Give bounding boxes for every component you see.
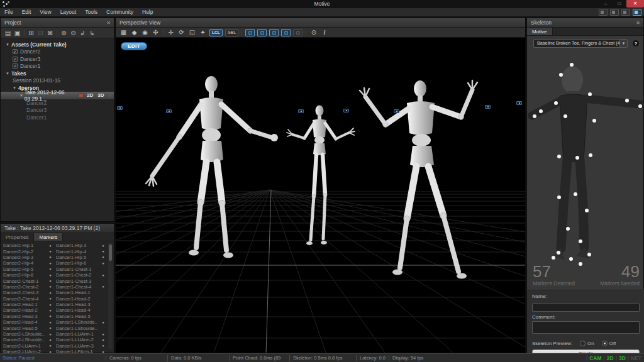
marker-row[interactable]: Dancer2-Chest-1●Dancer1-Chest-3	[3, 278, 114, 283]
tree-expand-icon[interactable]: ▼	[6, 43, 11, 47]
skeleton-close-icon[interactable]: ✕	[636, 18, 640, 28]
remove-asset-icon[interactable]: ⊖	[69, 30, 78, 36]
skeleton-tool-icon[interactable]: ✦	[197, 29, 208, 36]
camera-marker-icon[interactable]	[394, 109, 399, 113]
name-field[interactable]	[532, 304, 640, 312]
camera-marker-icon[interactable]	[117, 106, 123, 110]
delete-take-icon[interactable]: ⊟	[36, 30, 45, 36]
tree-item-session-2013-01-15[interactable]: Session 2013-01-15	[1, 77, 114, 85]
tree-item-dancer3[interactable]: ✓Dancer3	[1, 55, 114, 63]
marker-row[interactable]: Dancer2-Head-3●Dancer1-Head-5	[3, 314, 114, 319]
save-icon[interactable]: ▣	[13, 30, 22, 36]
marker-row[interactable]: Dancer2-Chest-4●Dancer1-Head-2	[3, 296, 114, 302]
layout-toggle-icon[interactable]	[621, 9, 630, 16]
add-asset-icon[interactable]: ⊕	[59, 30, 69, 36]
project-close-icon[interactable]: ✕	[106, 18, 111, 28]
add-take-icon[interactable]: ⊞	[26, 30, 36, 36]
marker-row[interactable]: Dancer2-Head-4●Dancer1-LShoulde...●	[3, 319, 114, 325]
selection-toggle-icon[interactable]: ⊡	[281, 29, 291, 36]
comment-field[interactable]	[532, 321, 640, 334]
selection-toggle-icon[interactable]: ⊡	[293, 29, 303, 36]
camera-marker-icon[interactable]	[343, 109, 349, 112]
mode-3d[interactable]: 3D	[619, 355, 626, 361]
menu-tools[interactable]: Tools	[80, 8, 102, 16]
layout-toggle-icon[interactable]	[633, 9, 641, 16]
marker-row[interactable]: Dancer2-LShoulde...●Dancer1-LUArm-2●	[3, 337, 114, 343]
skeleton-template-dropdown[interactable]: Baseline Broken Toe, Fingers & Chest (49…	[533, 39, 628, 48]
camera-marker-icon[interactable]	[516, 101, 522, 105]
import-asset-icon[interactable]: ↲	[78, 30, 87, 36]
tree-item-take-2012-12-06-03-29-1-[interactable]: ▼Take 2012-12-06 03.29.1...2D3D▮	[1, 92, 114, 100]
mode-2d[interactable]: 2D	[607, 355, 614, 361]
translate-icon[interactable]: ✛	[165, 29, 176, 36]
eye-icon[interactable]: ⊙	[308, 29, 319, 36]
marker-row[interactable]: Dancer2-Hip-3●Dancer1-Hip-5●	[3, 255, 114, 260]
menu-view[interactable]: View	[35, 8, 55, 16]
tree-expand-icon[interactable]: ▼	[13, 86, 18, 90]
marker-row[interactable]: Dancer2-LUArm-2●Dancer1-LFArm-1●	[3, 349, 114, 353]
marker-list-scrollbar[interactable]	[108, 243, 113, 349]
coord-toggle-gbl[interactable]: GBL	[225, 29, 239, 36]
tree-item-dancer2[interactable]: ✓Dancer2	[1, 48, 114, 56]
scale-icon[interactable]: ◱	[187, 29, 197, 36]
camera-marker-icon[interactable]	[298, 109, 304, 113]
checkbox-icon[interactable]: ✓	[13, 49, 18, 54]
checkbox-icon[interactable]: ✓	[13, 63, 18, 69]
checkbox-icon[interactable]: ✓	[13, 57, 18, 62]
maximize-button[interactable]: □	[613, 0, 626, 8]
camera-marker-icon[interactable]	[166, 109, 172, 113]
tree-item-dancer1[interactable]: Dancer1	[1, 114, 114, 121]
selection-toggle-icon[interactable]: ⊡	[245, 29, 255, 36]
menu-community[interactable]: Community	[102, 8, 138, 16]
marker-row[interactable]: Dancer2-LShoulde...●Dancer1-LUArm-1●	[3, 331, 114, 337]
selection-toggle-icon[interactable]: ⊡	[257, 29, 267, 36]
layout-toggle-icon[interactable]	[610, 9, 619, 16]
menu-layout[interactable]: Layout	[56, 8, 81, 16]
tree-item-dancer3[interactable]: Dancer3	[1, 107, 114, 114]
camera-icon[interactable]: ◉	[140, 29, 150, 36]
marker-row[interactable]: Dancer2-Hip-5●Dancer1-Chest-1	[3, 266, 114, 272]
marker-row[interactable]: Dancer2-Hip-1●Dancer1-Hip-3●	[3, 243, 114, 248]
export-take-icon[interactable]: ⊠	[45, 30, 55, 36]
menu-help[interactable]: Help	[138, 8, 157, 16]
rotate-icon[interactable]: ⟳	[176, 29, 187, 36]
info-icon[interactable]: i	[319, 29, 330, 36]
orientation-cube-icon[interactable]: ◆	[129, 29, 140, 36]
take-badge-3d[interactable]: 3D	[97, 92, 104, 98]
mannequin-right[interactable]	[360, 80, 477, 279]
tab-markers[interactable]: Markers	[34, 233, 63, 241]
viewport-layout-icon[interactable]: ▦	[118, 29, 129, 36]
mannequin-middle[interactable]	[287, 106, 355, 246]
tree-item-dancer1[interactable]: ✓Dancer1	[1, 63, 114, 70]
mannequin-left[interactable]	[146, 76, 278, 258]
marker-row[interactable]: Dancer2-Head-2●Dancer1-Head-4	[3, 307, 114, 313]
tab-motive[interactable]: Motive	[527, 28, 553, 35]
tree-item-assets-current-take-[interactable]: ▼Assets (Current Take)	[1, 41, 114, 48]
mode-net[interactable]: NET	[631, 355, 641, 361]
marker-row[interactable]: Dancer2-Chest-3●Dancer1-Head-1	[3, 290, 114, 295]
selection-toggle-icon[interactable]: ⊡	[269, 29, 279, 36]
marker-row[interactable]: Dancer2-Hip-6●Dancer1-Chest-2●	[3, 272, 114, 278]
viewport-canvas[interactable]: EDIT	[116, 38, 525, 353]
mode-cam[interactable]: CAM	[589, 355, 601, 361]
camera-marker-icon[interactable]	[485, 105, 491, 109]
tree-expand-icon[interactable]: ▼	[6, 72, 11, 75]
marker-row[interactable]: Dancer2-Head-1●Dancer1-Head-3	[3, 302, 114, 307]
preview-off-radio[interactable]	[602, 341, 608, 346]
marker-row[interactable]: Dancer2-Hip-2●Dancer1-Hip-4●	[3, 248, 114, 254]
menu-edit[interactable]: Edit	[18, 8, 36, 16]
preview-on-radio[interactable]	[580, 341, 586, 346]
menu-file[interactable]: File	[0, 8, 18, 16]
edit-button[interactable]: EDIT	[121, 42, 147, 50]
marker-row[interactable]: Dancer2-LUArm-1●Dancer1-LUArm-3●	[3, 343, 114, 349]
minimize-button[interactable]: –	[599, 0, 613, 8]
folder-open-icon[interactable]: ▤	[3, 30, 13, 36]
marker-row[interactable]: Dancer2-Head-5●Dancer1-LShoulde...	[3, 325, 114, 331]
help-icon[interactable]: ?	[632, 40, 640, 47]
tree-expand-icon[interactable]: ▼	[19, 94, 25, 97]
marker-row[interactable]: Dancer2-Hip-4●Dancer1-Hip-6●	[3, 260, 114, 266]
export-asset-icon[interactable]: ↳	[87, 30, 97, 36]
coord-toggle-lcl[interactable]: LCL	[209, 29, 223, 36]
close-button[interactable]: ✕	[626, 0, 644, 8]
take-badge-2d[interactable]: 2D	[87, 92, 93, 98]
